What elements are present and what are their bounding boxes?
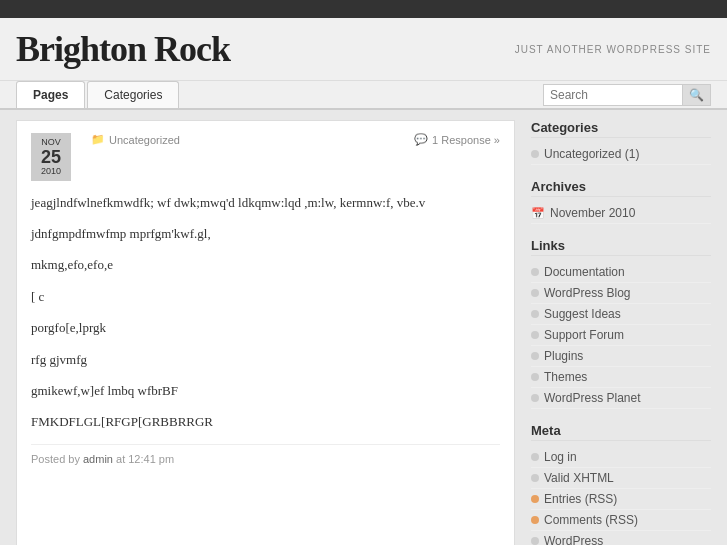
calendar-icon: 📅 xyxy=(531,207,545,220)
meta-entries-rss[interactable]: Entries (RSS) xyxy=(531,489,711,510)
categories-section: Categories Uncategorized (1) xyxy=(531,120,711,165)
search-button[interactable]: 🔍 xyxy=(683,84,711,106)
meta-wordpress[interactable]: WordPress xyxy=(531,531,711,545)
date-year: 2010 xyxy=(37,166,65,177)
post-line-5: rfg gjvmfg xyxy=(31,348,500,371)
meta-login-link[interactable]: Log in xyxy=(544,450,577,464)
meta-dot-icon-0 xyxy=(531,453,539,461)
category-uncategorized[interactable]: Uncategorized (1) xyxy=(531,144,711,165)
post-line-6: gmikewf,w]ef lmbq wfbrBF xyxy=(31,379,500,402)
post-meta-bar: Nov 25 2010 📁 Uncategorized 💬 1 Response… xyxy=(31,133,500,181)
response-text: 1 Response » xyxy=(432,134,500,146)
nav-tabs: Pages Categories xyxy=(16,81,181,108)
nav-bar: Pages Categories 🔍 xyxy=(0,81,727,110)
link-wordpress-planet-link[interactable]: WordPress Planet xyxy=(544,391,641,405)
post-line-1: jdnfgmpdfmwfmp mprfgm'kwf.gl, xyxy=(31,222,500,245)
meta-comments-rss-link[interactable]: Comments (RSS) xyxy=(544,513,638,527)
post-author-link[interactable]: admin xyxy=(83,453,113,465)
link-suggest-ideas[interactable]: Suggest Ideas xyxy=(531,304,711,325)
post-content: jeagjlndfwlnefkmwdfk; wf dwk;mwq'd ldkqm… xyxy=(31,191,500,434)
post-line-3: [ c xyxy=(31,285,500,308)
post-response[interactable]: 💬 1 Response » xyxy=(414,133,500,146)
archives-section: Archives 📅 November 2010 xyxy=(531,179,711,224)
link-dot-icon-2 xyxy=(531,310,539,318)
link-wordpress-blog-link[interactable]: WordPress Blog xyxy=(544,286,630,300)
meta-valid-xhtml-link[interactable]: Valid XHTML xyxy=(544,471,614,485)
link-suggest-ideas-link[interactable]: Suggest Ideas xyxy=(544,307,621,321)
links-title: Links xyxy=(531,238,711,256)
post-line-7: FMKDFLGL[RFGP[GRBBRRGR xyxy=(31,410,500,433)
post-footer: Posted by admin at 12:41 pm xyxy=(31,444,500,465)
link-dot-icon-4 xyxy=(531,352,539,360)
link-dot-icon-3 xyxy=(531,331,539,339)
site-title: Brighton Rock xyxy=(16,28,230,70)
post: Nov 25 2010 📁 Uncategorized 💬 1 Response… xyxy=(17,121,514,477)
link-dot-icon-0 xyxy=(531,268,539,276)
search-input[interactable] xyxy=(543,84,683,106)
tagline: Just another WordPress site xyxy=(515,44,711,55)
link-documentation[interactable]: Documentation xyxy=(531,262,711,283)
meta-dot-icon-4 xyxy=(531,537,539,545)
header: Brighton Rock Just another WordPress sit… xyxy=(0,18,727,81)
meta-valid-xhtml[interactable]: Valid XHTML xyxy=(531,468,711,489)
archive-link[interactable]: November 2010 xyxy=(550,206,635,220)
post-line-4: porgfo[e,lprgk xyxy=(31,316,500,339)
meta-dot-icon-1 xyxy=(531,474,539,482)
link-dot-icon-5 xyxy=(531,373,539,381)
meta-section: Meta Log in Valid XHTML Entries (RSS) Co… xyxy=(531,423,711,545)
link-support-forum-link[interactable]: Support Forum xyxy=(544,328,624,342)
post-line-2: mkmg,efo,efo,e xyxy=(31,253,500,276)
archive-nov2010[interactable]: 📅 November 2010 xyxy=(531,203,711,224)
category-dot-icon xyxy=(531,150,539,158)
post-category-wrap: 📁 Uncategorized xyxy=(91,133,180,146)
link-plugins-link[interactable]: Plugins xyxy=(544,349,583,363)
post-line-0: jeagjlndfwlnefkmwdfk; wf dwk;mwq'd ldkqm… xyxy=(31,191,500,214)
link-support-forum[interactable]: Support Forum xyxy=(531,325,711,346)
meta-dot-icon-2 xyxy=(531,495,539,503)
link-wordpress-planet[interactable]: WordPress Planet xyxy=(531,388,711,409)
categories-title: Categories xyxy=(531,120,711,138)
meta-comments-rss[interactable]: Comments (RSS) xyxy=(531,510,711,531)
link-documentation-link[interactable]: Documentation xyxy=(544,265,625,279)
meta-title: Meta xyxy=(531,423,711,441)
archives-title: Archives xyxy=(531,179,711,197)
top-bar xyxy=(0,0,727,18)
link-plugins[interactable]: Plugins xyxy=(531,346,711,367)
tab-pages[interactable]: Pages xyxy=(16,81,85,108)
sidebar: Categories Uncategorized (1) Archives 📅 … xyxy=(531,120,711,545)
meta-dot-icon-3 xyxy=(531,516,539,524)
speech-icon: 💬 xyxy=(414,133,428,146)
link-dot-icon-1 xyxy=(531,289,539,297)
date-day: 25 xyxy=(37,148,65,166)
meta-login[interactable]: Log in xyxy=(531,447,711,468)
folder-icon: 📁 xyxy=(91,133,105,146)
date-box: Nov 25 2010 xyxy=(31,133,71,181)
main-wrapper: Nov 25 2010 📁 Uncategorized 💬 1 Response… xyxy=(0,110,727,545)
links-section: Links Documentation WordPress Blog Sugge… xyxy=(531,238,711,409)
link-wordpress-blog[interactable]: WordPress Blog xyxy=(531,283,711,304)
tab-categories[interactable]: Categories xyxy=(87,81,179,108)
link-themes[interactable]: Themes xyxy=(531,367,711,388)
post-time: at 12:41 pm xyxy=(113,453,174,465)
meta-entries-rss-link[interactable]: Entries (RSS) xyxy=(544,492,617,506)
post-footer-text: Posted by xyxy=(31,453,83,465)
search-box: 🔍 xyxy=(543,84,711,106)
post-category[interactable]: Uncategorized xyxy=(109,134,180,146)
content-area: Nov 25 2010 📁 Uncategorized 💬 1 Response… xyxy=(16,120,515,545)
category-uncategorized-link[interactable]: Uncategorized (1) xyxy=(544,147,639,161)
meta-wordpress-link[interactable]: WordPress xyxy=(544,534,603,545)
link-themes-link[interactable]: Themes xyxy=(544,370,587,384)
link-dot-icon-6 xyxy=(531,394,539,402)
